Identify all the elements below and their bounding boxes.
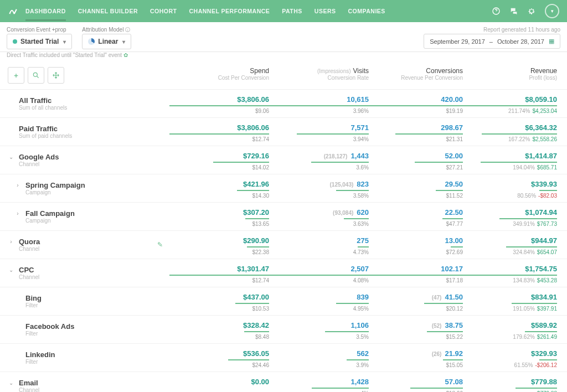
row-subtype: Sum of all channels bbox=[19, 105, 67, 111]
nav-cohort[interactable]: COHORT bbox=[150, 1, 177, 21]
info-icon[interactable]: i bbox=[125, 27, 130, 32]
col-visits[interactable]: Visits bbox=[353, 67, 369, 75]
tag-icon bbox=[13, 39, 17, 44]
spend-sub: $14.02 bbox=[169, 164, 269, 171]
row-name[interactable]: CPC bbox=[19, 266, 39, 274]
col-revenue-sub: Profit (loss) bbox=[463, 75, 557, 81]
row-name[interactable]: Quora bbox=[19, 238, 40, 246]
nav-users[interactable]: USERS bbox=[315, 1, 336, 21]
row-subtype: Channel bbox=[19, 246, 40, 252]
spend-sub: $12.74 bbox=[169, 136, 269, 142]
expand-toggle[interactable]: › bbox=[8, 239, 14, 245]
col-conversions[interactable]: Conversions bbox=[369, 67, 463, 75]
spend-sub: $12.74 bbox=[169, 277, 269, 283]
spend-sub: $22.38 bbox=[169, 249, 269, 255]
move-icon bbox=[52, 71, 60, 79]
row-name[interactable]: All Traffic bbox=[19, 96, 67, 105]
row-name[interactable]: Google Ads bbox=[19, 153, 59, 161]
row-name[interactable]: Email bbox=[19, 379, 39, 387]
revenue-sub: 349.91%$767.73 bbox=[463, 221, 557, 227]
col-visits-sub: Conversion Rate bbox=[269, 75, 369, 81]
row-subtype: Channel bbox=[19, 274, 39, 280]
conv-sub: $17.18 bbox=[369, 277, 463, 283]
conversions-value: 41.50 bbox=[445, 293, 463, 301]
spend-value: $437.00 bbox=[169, 293, 269, 301]
visits-value: 1,428 bbox=[350, 378, 369, 386]
table-row-all: All Traffic Sum of all channels $3,806.0… bbox=[0, 90, 567, 118]
row-name[interactable]: Linkedin bbox=[25, 350, 55, 359]
visits-value: 2,507 bbox=[350, 265, 369, 273]
conv-sub: $15.22 bbox=[369, 334, 463, 340]
table-row-bing: Bing Filter $437.00 $10.53 839 4.95% (47… bbox=[0, 287, 567, 316]
spend-value: $1,301.47 bbox=[169, 265, 269, 273]
conv-sub: $20.12 bbox=[369, 306, 463, 312]
row-name[interactable]: Bing bbox=[25, 294, 42, 302]
visits-value: 1,106 bbox=[350, 321, 369, 329]
row-subtype: Filter bbox=[25, 331, 74, 337]
nav-channel-performance[interactable]: CHANNEL PERFORMANCE bbox=[189, 1, 270, 21]
col-spend[interactable]: Spend bbox=[169, 67, 269, 75]
conv-sub: $19.19 bbox=[369, 108, 463, 114]
revenue-value: $6,364.32 bbox=[463, 123, 557, 132]
row-subtype: Sum of paid channels bbox=[19, 133, 72, 139]
gear-icon[interactable] bbox=[527, 7, 536, 16]
table-row-paid: Paid Traffic Sum of paid channels $3,806… bbox=[0, 118, 567, 146]
nav-dashboard[interactable]: DASHBOARD bbox=[25, 1, 66, 21]
row-name[interactable]: Spring Campaign bbox=[25, 181, 85, 189]
expand-toggle[interactable]: ⌄ bbox=[8, 267, 14, 273]
table-row-quora: › Quora Channel ✎ $290.90 $22.38 275 4.7… bbox=[0, 231, 567, 259]
settings-icon[interactable]: ✿ bbox=[123, 52, 128, 58]
chat-icon[interactable] bbox=[509, 7, 518, 16]
revenue-sub: 324.84%$654.07 bbox=[463, 249, 557, 255]
impressions-value: (93,084) bbox=[333, 210, 353, 216]
col-revenue[interactable]: Revenue bbox=[463, 67, 557, 75]
move-button[interactable] bbox=[48, 67, 64, 84]
revenue-value: $339.93 bbox=[463, 180, 557, 188]
conv-sub: $15.05 bbox=[369, 362, 463, 368]
logo-icon bbox=[8, 6, 19, 17]
row-subtype: Channel bbox=[19, 387, 39, 392]
row-name[interactable]: Facebook Ads bbox=[25, 322, 74, 331]
nav-channel-builder[interactable]: CHANNEL BUILDER bbox=[78, 1, 138, 21]
revenue-value: $329.93 bbox=[463, 349, 557, 358]
revenue-sub: 194.04%$685.71 bbox=[463, 164, 557, 171]
spend-value: $536.05 bbox=[169, 349, 269, 358]
search-button[interactable] bbox=[28, 67, 44, 84]
conv-sub: $21.31 bbox=[369, 136, 463, 142]
add-button[interactable]: ＋ bbox=[8, 67, 24, 84]
nav-companies[interactable]: COMPANIES bbox=[348, 1, 385, 21]
revenue-sub: 211.74%$4,253.04 bbox=[463, 108, 557, 114]
conversions-value: 298.67 bbox=[441, 123, 463, 132]
row-name[interactable]: Fall Campaign bbox=[25, 209, 75, 218]
expand-toggle[interactable]: ⌄ bbox=[8, 380, 14, 386]
edit-icon[interactable]: ✎ bbox=[157, 241, 163, 249]
help-icon[interactable] bbox=[492, 7, 501, 16]
spend-value: $3,806.06 bbox=[169, 95, 269, 104]
spend-value: $421.96 bbox=[169, 180, 269, 188]
col-spend-sub: Cost Per Conversion bbox=[169, 75, 269, 81]
revenue-value: $1,754.75 bbox=[463, 265, 557, 273]
revenue-value: $944.97 bbox=[463, 236, 557, 245]
visits-value: 839 bbox=[357, 293, 369, 301]
nav-paths[interactable]: PATHS bbox=[282, 1, 302, 21]
date-range-picker[interactable]: September 29, 2017–October 28, 2017 ▦ bbox=[424, 34, 560, 49]
conversions-value: 52.00 bbox=[445, 152, 463, 160]
report-timestamp: Report generated 11 hours ago bbox=[424, 27, 560, 33]
visits-sub: 4.73% bbox=[269, 249, 369, 255]
table-row-linkedin: Linkedin Filter $536.05 $24.46 562 3.9% … bbox=[0, 344, 567, 372]
attribution-model-dropdown[interactable]: Linear bbox=[82, 34, 131, 49]
expand-toggle[interactable]: › bbox=[14, 210, 21, 216]
table-header: ＋ SpendCost Per Conversion (Impressions)… bbox=[0, 61, 567, 90]
conversion-event-label: Conversion Event +prop bbox=[7, 27, 72, 33]
row-name[interactable]: Paid Traffic bbox=[19, 125, 72, 133]
spend-sub: $14.30 bbox=[169, 193, 269, 199]
user-menu[interactable]: ▾ bbox=[545, 4, 559, 18]
expand-toggle[interactable]: ⌄ bbox=[8, 154, 14, 160]
expand-toggle[interactable]: › bbox=[14, 182, 21, 188]
table-row-email: ⌄ Email Channel $0.00 -- 1,428 4% 57.08 … bbox=[0, 372, 567, 392]
conversions-value: 21.92 bbox=[445, 349, 463, 358]
revenue-sub: 80.56%-$82.03 bbox=[463, 193, 557, 199]
conversion-event-dropdown[interactable]: Started Trial bbox=[7, 34, 72, 49]
conv-raw: (47) bbox=[432, 295, 442, 301]
table-row-fbads: Facebook Ads Filter $328.42 $8.48 1,106 … bbox=[0, 316, 567, 344]
